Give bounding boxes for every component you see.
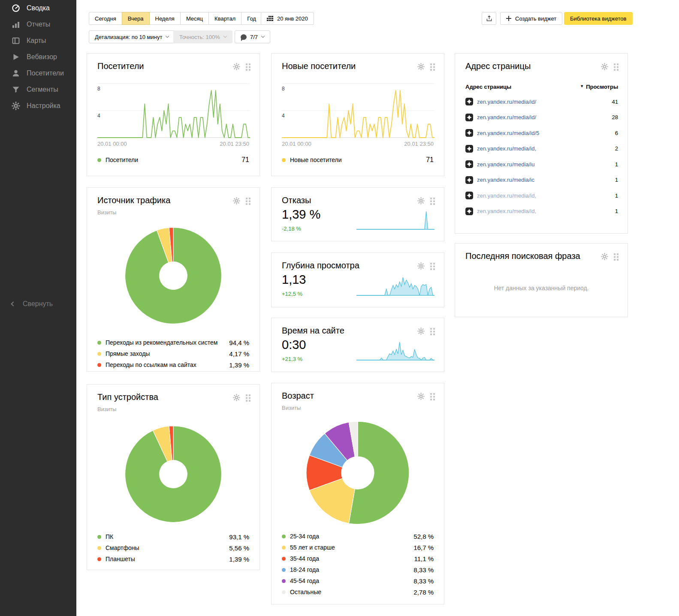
export-button[interactable] bbox=[482, 12, 496, 25]
page-url-link[interactable]: zen.yandex.ru/media/iu bbox=[477, 161, 612, 168]
widget-settings-gear-icon[interactable] bbox=[417, 63, 425, 70]
legend-item: Планшеты1,39 % bbox=[97, 553, 249, 565]
age-donut bbox=[272, 418, 444, 528]
zen-icon bbox=[465, 145, 473, 153]
page-url-row: zen.yandex.ru/media/id/28 bbox=[465, 110, 618, 126]
traffic-source-legend: Переходы из рекомендательных систем94,4 … bbox=[97, 337, 249, 370]
widget-library-button[interactable]: Библиотека виджетов bbox=[564, 12, 633, 25]
metric-delta: +21,3 % bbox=[282, 356, 302, 362]
sidebar-item-bar-chart[interactable]: Отчеты bbox=[0, 16, 76, 33]
drag-handle-icon[interactable] bbox=[430, 197, 435, 205]
sidebar-item-webvisor-play[interactable]: Вебвизор bbox=[0, 49, 76, 65]
visitors-line-chart: 84 bbox=[97, 78, 250, 140]
widget-settings-gear-icon[interactable] bbox=[601, 63, 608, 70]
detalization-dropdown[interactable]: Детализация: по 10 минут bbox=[89, 30, 175, 43]
legend-item: Переходы из рекомендательных систем94,4 … bbox=[97, 337, 249, 348]
period-button-1[interactable]: Вчера bbox=[122, 12, 150, 25]
device-type-legend: ПК93,1 %Смартфоны5,56 %Планшеты1,39 % bbox=[97, 531, 249, 565]
sidebar-item-visitors-person[interactable]: Посетители bbox=[0, 65, 76, 81]
widget-settings-gear-icon[interactable] bbox=[601, 253, 608, 260]
legend-item: Прямые заходы4,17 % bbox=[97, 348, 249, 359]
widget-settings-gear-icon[interactable] bbox=[417, 262, 425, 270]
date-picker-button[interactable]: 20 янв 2020 bbox=[261, 12, 314, 25]
page-views-value: 1 bbox=[615, 177, 618, 183]
widget-settings-gear-icon[interactable] bbox=[417, 328, 425, 335]
legend-dot bbox=[282, 590, 286, 594]
widget-settings-gear-icon[interactable] bbox=[417, 197, 425, 204]
metric-delta: +12,5 % bbox=[282, 291, 302, 297]
metric-value: 1,13 bbox=[282, 273, 306, 287]
sort-desc-icon: ▼ bbox=[580, 84, 584, 88]
zen-icon bbox=[465, 98, 473, 105]
page-views-value: 2 bbox=[615, 145, 618, 152]
widget-title: Время на сайте bbox=[282, 326, 344, 336]
period-button-2[interactable]: Неделя bbox=[149, 12, 181, 25]
widget-traffic-source: Источник трафика Визиты Переходы из реко… bbox=[87, 187, 260, 372]
drag-handle-icon[interactable] bbox=[614, 63, 619, 71]
accuracy-dropdown[interactable]: Точность: 100% bbox=[173, 30, 232, 43]
column-header-views[interactable]: Просмотры bbox=[586, 84, 618, 90]
empty-state-message: Нет данных за указанный период. bbox=[455, 285, 628, 291]
widget-title: Последняя поисковая фраза bbox=[465, 251, 580, 261]
legend-dot bbox=[97, 158, 101, 162]
page-url-link[interactable]: zen.yandex.ru/media/ic bbox=[477, 177, 612, 183]
maps-icon bbox=[12, 36, 20, 45]
page-url-link[interactable]: zen.yandex.ru/media/id, bbox=[477, 145, 612, 152]
page-url-link[interactable]: zen.yandex.ru/media/id/ bbox=[477, 114, 609, 120]
create-widget-button[interactable]: Создать виджет bbox=[500, 12, 562, 25]
collapse-sidebar-button[interactable]: Свернуть bbox=[12, 300, 53, 308]
widget-new-visitors: Новые посетители 84 20.01 00:0020.01 23:… bbox=[271, 53, 444, 176]
svg-text:8: 8 bbox=[282, 86, 285, 92]
legend-dot bbox=[282, 546, 286, 550]
widget-title: Глубина просмотра bbox=[282, 261, 359, 270]
sidebar-item-label: Посетители bbox=[27, 69, 64, 77]
sidebar-item-speedometer[interactable]: Сводка bbox=[0, 0, 76, 16]
drag-handle-icon[interactable] bbox=[246, 197, 251, 205]
widget-settings-gear-icon[interactable] bbox=[233, 394, 240, 401]
legend-item: 55 лет и старше16,7 % bbox=[282, 542, 434, 553]
legend-item: Остальные2,78 % bbox=[282, 586, 434, 598]
page-url-link[interactable]: zen.yandex.ru/media/id/ bbox=[477, 99, 609, 105]
page-views-value: 41 bbox=[612, 99, 618, 105]
period-button-0[interactable]: Сегодня bbox=[89, 12, 122, 25]
zen-icon bbox=[465, 176, 473, 184]
drag-handle-icon[interactable] bbox=[430, 63, 435, 71]
period-button-3[interactable]: Месяц bbox=[180, 12, 209, 25]
sidebar-item-label: Вебвизор bbox=[27, 53, 57, 61]
drag-handle-icon[interactable] bbox=[246, 394, 251, 402]
time-on-site-sparkline bbox=[356, 339, 435, 363]
widget-title: Тип устройства bbox=[97, 392, 158, 402]
zen-icon bbox=[465, 129, 473, 137]
period-button-5[interactable]: Год bbox=[241, 12, 262, 25]
detalization-label: Детализация: по 10 минут bbox=[95, 34, 162, 40]
page-url-link[interactable]: zen.yandex.ru/media/id/5 bbox=[477, 130, 612, 136]
period-button-4[interactable]: Квартал bbox=[208, 12, 241, 25]
legend-dot bbox=[282, 158, 286, 162]
drag-handle-icon[interactable] bbox=[614, 253, 619, 261]
widget-title: Посетители bbox=[97, 61, 144, 71]
goals-dropdown[interactable]: 7/7 bbox=[235, 30, 270, 43]
widget-settings-gear-icon[interactable] bbox=[417, 393, 425, 400]
page-url-row: zen.yandex.ru/media/id,1 bbox=[465, 188, 618, 204]
drag-handle-icon[interactable] bbox=[430, 393, 435, 400]
widget-settings-gear-icon[interactable] bbox=[233, 197, 240, 204]
create-widget-label: Создать виджет bbox=[515, 15, 556, 22]
legend-item: ПК93,1 % bbox=[97, 531, 249, 542]
widget-title: Источник трафика bbox=[97, 195, 170, 205]
page-url-link[interactable]: zen.yandex.ru/media/id, bbox=[477, 208, 612, 214]
drag-handle-icon[interactable] bbox=[246, 63, 251, 71]
drag-handle-icon[interactable] bbox=[430, 328, 435, 335]
sidebar-item-label: Карты bbox=[27, 37, 46, 45]
sidebar-item-segments-funnel[interactable]: Сегменты bbox=[0, 81, 76, 98]
legend-dot bbox=[282, 579, 286, 583]
legend-item: 45-54 года8,33 % bbox=[282, 575, 434, 586]
sidebar-item-settings-gear[interactable]: Настройка bbox=[0, 98, 76, 114]
page-url-link[interactable]: zen.yandex.ru/media/id, bbox=[477, 192, 612, 199]
widget-settings-gear-icon[interactable] bbox=[233, 63, 240, 70]
widget-last-search-phrase: Последняя поисковая фраза Нет данных за … bbox=[455, 243, 628, 317]
sidebar-item-label: Отчеты bbox=[27, 21, 50, 28]
drag-handle-icon[interactable] bbox=[430, 262, 435, 270]
legend-dot bbox=[97, 535, 101, 539]
column-header-url[interactable]: Адрес страницы bbox=[465, 84, 580, 90]
sidebar-item-maps[interactable]: Карты bbox=[0, 33, 76, 49]
